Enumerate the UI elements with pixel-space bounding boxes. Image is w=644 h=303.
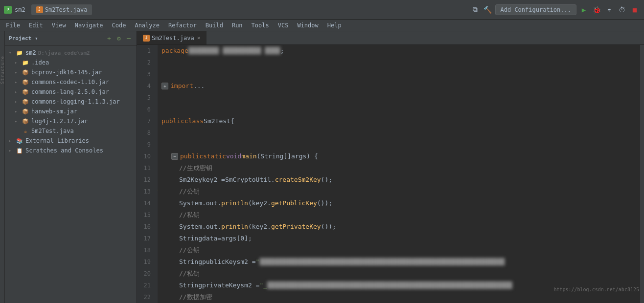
menu-run[interactable]: Run	[228, 21, 247, 30]
scratch-icon: 📋	[16, 147, 23, 154]
import-fold-icon[interactable]: +	[161, 83, 168, 89]
jar4-label: commons-logging-1.1.3.jar	[31, 98, 120, 105]
tree-item-jar3[interactable]: ▸ 📦 commons-lang-2.5.0.jar	[5, 87, 137, 97]
project-icon: P	[4, 6, 12, 14]
collapse-icon[interactable]: ─	[125, 35, 133, 43]
fn-create: createSm2Key	[275, 174, 321, 186]
add-folder-icon[interactable]: +	[105, 35, 113, 43]
tree-item-jar4[interactable]: ▸ 📦 commons-logging-1.1.3.jar	[5, 97, 137, 107]
tree-root[interactable]: ▾ 📁 sm2 D:\java_code\sm2	[5, 48, 137, 58]
coverage-icon[interactable]: ☂	[604, 4, 615, 15]
code-line-1: package ████████ ██████████ ████;	[161, 45, 640, 57]
p14b: ());	[317, 197, 332, 209]
var-key2: key2 =	[202, 174, 225, 186]
editor-area: J Sm2Test.java ✕ 1 2 3 4 5 6 7 8 9 10 11…	[137, 31, 644, 303]
cls-str17: String	[179, 233, 202, 244]
comment-18: //公钥	[179, 244, 200, 256]
tree-item-ext-libs[interactable]: ▸ 📚 External Libraries	[5, 136, 137, 146]
debug-icon[interactable]: 🐞	[591, 4, 602, 15]
menu-edit[interactable]: Edit	[25, 21, 47, 30]
code-content[interactable]: package ████████ ██████████ ████; + impo…	[158, 45, 640, 303]
menu-code[interactable]: Code	[108, 21, 130, 30]
tree-item-jar6[interactable]: ▸ 📦 log4j-1.2.17.jar	[5, 116, 137, 126]
menu-help[interactable]: Help	[323, 21, 345, 30]
sidebar-header: Project ▾ + ⚙ ─	[5, 31, 137, 46]
jar5-label: hanweb-sm.jar	[31, 108, 77, 115]
code-line-22: //数据加密	[161, 291, 640, 303]
cls-sm2key: Sm2Key	[179, 174, 202, 186]
settings-icon[interactable]: ⚙	[115, 35, 123, 43]
cls-smcrypto: SmCryptoUtil	[225, 174, 271, 186]
tree-item-jar2[interactable]: ▸ 📦 commons-codec-1.10.jar	[5, 77, 137, 87]
line-num-2: 2	[137, 57, 155, 68]
kw-public-class: public	[161, 115, 184, 127]
data17: data=args[0];	[202, 233, 252, 244]
class-brace: {	[230, 115, 234, 127]
line-num-14: 14	[137, 197, 155, 209]
structure-label[interactable]: Structure	[0, 56, 5, 84]
import-ellipsis: ...	[193, 80, 205, 92]
code-line-7: public class Sm2Test {	[161, 115, 640, 127]
tree-item-sm2test[interactable]: ☕ Sm2Test.java	[5, 126, 137, 136]
cls-system16: System	[179, 221, 202, 233]
hammer-icon[interactable]: 🔨	[483, 4, 493, 15]
jar5-arrow: ▸	[15, 109, 22, 114]
menu-file[interactable]: File	[2, 21, 24, 30]
tab-java-icon: J	[36, 6, 43, 13]
tree-item-scratches[interactable]: ▸ 📋 Scratches and Consoles	[5, 146, 137, 155]
fn-getprivate: getPrivateKey	[271, 221, 321, 233]
code-line-16: System . out. println (key2. getPrivateK…	[161, 221, 640, 233]
comment-15: //私钥	[179, 209, 200, 221]
menu-analyze[interactable]: Analyze	[131, 21, 163, 30]
code-line-14: System . out. println (key2. getPublicKe…	[161, 197, 640, 209]
tree-item-jar5[interactable]: ▸ 📦 hanweb-sm.jar	[5, 107, 137, 116]
pubkey-var: publicKeysm2 =	[202, 256, 256, 268]
p14: (key2.	[248, 197, 271, 209]
tab-close-btn[interactable]: ✕	[197, 35, 201, 41]
dot14a: .	[202, 197, 206, 209]
jar4-icon: 📦	[22, 98, 29, 106]
tree-item-jar1[interactable]: ▸ 📦 bcprov-jdk16-145.jar	[5, 67, 137, 77]
line-num-1: 1	[137, 45, 155, 57]
menu-refactor[interactable]: Refactor	[164, 21, 201, 30]
out14: out.	[206, 197, 221, 209]
line-num-7: 7	[137, 115, 155, 127]
menu-vcs[interactable]: VCS	[274, 21, 293, 30]
fn-println16: println	[221, 221, 248, 233]
code-line-4: + import ...	[161, 80, 640, 92]
menu-navigate[interactable]: Navigate	[71, 21, 107, 30]
root-folder-icon: 📁	[16, 49, 23, 57]
method-fold-icon[interactable]: −	[171, 153, 178, 160]
restore-icon[interactable]: ⧉	[470, 4, 481, 15]
cls-system14: System	[179, 197, 202, 209]
comment-13: //公钥	[179, 186, 200, 197]
line-num-19: 19	[137, 256, 155, 268]
menu-build[interactable]: Build	[202, 21, 227, 30]
run-icon[interactable]: ▶	[578, 4, 589, 15]
line-num-12: 12	[137, 174, 155, 186]
menu-view[interactable]: View	[48, 21, 70, 30]
bulb-icon[interactable]: 💡	[158, 186, 159, 197]
menu-bar: File Edit View Navigate Code Analyze Ref…	[0, 20, 644, 31]
menu-window[interactable]: Window	[293, 21, 322, 30]
title-tab[interactable]: J Sm2Test.java	[31, 4, 92, 15]
sm2-java-icon: ☕	[22, 127, 29, 135]
stop-icon[interactable]: ■	[629, 4, 640, 15]
editor-tab-sm2test[interactable]: J Sm2Test.java ✕	[137, 31, 207, 44]
jar6-arrow: ▸	[15, 119, 22, 124]
line-num-16: 16	[137, 221, 155, 233]
code-line-13: 💡 //公钥	[161, 186, 640, 197]
tree-item-idea[interactable]: ▸ 📁 .idea	[5, 58, 137, 67]
profile-icon[interactable]: ⏱	[617, 4, 627, 15]
kw-class: class	[184, 115, 204, 127]
code-line-2	[161, 57, 640, 68]
add-config-button[interactable]: Add Configuration...	[495, 4, 577, 15]
p16: (key2.	[248, 221, 271, 233]
line-num-3: 3	[137, 68, 155, 80]
idea-arrow: ▸	[15, 60, 22, 65]
jar3-label: commons-lang-2.5.0.jar	[31, 88, 109, 95]
root-arrow: ▾	[9, 50, 16, 55]
code-line-17: String data=args[0];	[161, 233, 640, 244]
menu-tools[interactable]: Tools	[248, 21, 273, 30]
jar2-label: commons-codec-1.10.jar	[31, 79, 109, 86]
